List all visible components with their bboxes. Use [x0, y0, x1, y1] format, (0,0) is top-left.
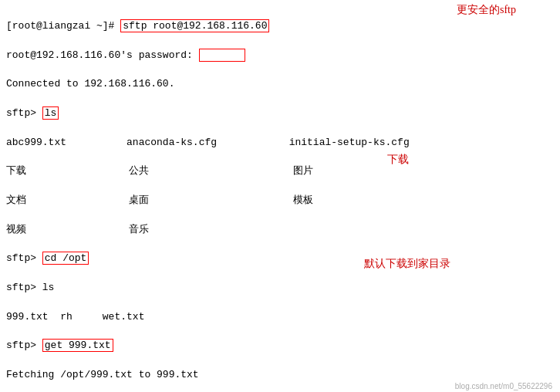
line-11: 999.txt rh wet.txt	[6, 310, 554, 325]
line-6: 下载 公共 图片	[6, 164, 554, 179]
cmd-cd-opt: cd /opt	[42, 252, 89, 265]
password-box	[199, 49, 246, 62]
watermark: blog.csdn.net/m0_55622296	[455, 382, 552, 390]
annotation-sftp-label: 更安全的sftp	[457, 3, 516, 17]
cmd-get: get 999.txt	[42, 339, 113, 352]
line-10: sftp> ls	[6, 281, 554, 296]
line-13: Fetching /opt/999.txt to 999.txt	[6, 368, 554, 383]
line-7: 文档 桌面 模板	[6, 194, 554, 208]
terminal-output: [root@liangzai ~]# sftp root@192.168.116…	[0, 0, 560, 392]
cmd-sftp: sftp root@192.168.116.60	[120, 19, 269, 32]
cmd-ls: ls	[42, 106, 59, 120]
line-4: sftp> ls	[6, 106, 554, 121]
line-1: [root@liangzai ~]# sftp root@192.168.116…	[6, 19, 554, 34]
line-5: abc999.txt anaconda-ks.cfg initial-setup…	[6, 136, 554, 150]
annotation-home-label: 默认下载到家目录	[364, 257, 450, 271]
line-2: root@192.168.116.60's password:	[6, 49, 554, 63]
prompt-1: [root@liangzai ~]#	[6, 20, 120, 32]
line-3: Connected to 192.168.116.60.	[6, 77, 554, 92]
line-9: sftp> cd /opt	[6, 252, 554, 266]
line-12: sftp> get 999.txt	[6, 339, 554, 353]
line-8: 视频 音乐	[6, 223, 554, 238]
annotation-download-label: 下载	[387, 153, 409, 167]
